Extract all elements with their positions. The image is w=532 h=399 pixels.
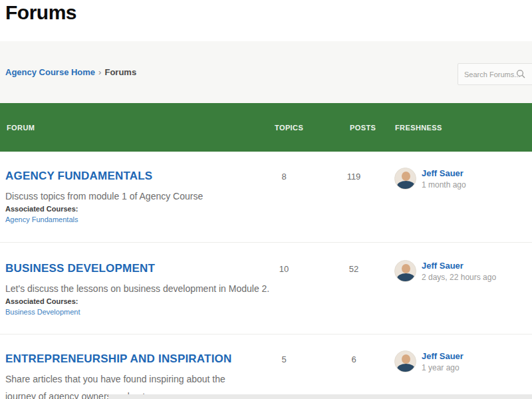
author-link[interactable]: Jeff Sauer xyxy=(422,261,528,271)
freshness-time: 1 month ago xyxy=(422,180,528,190)
breadcrumb-current: Forums xyxy=(104,67,136,77)
forum-description: Discuss topics from module 1 of Agency C… xyxy=(5,188,203,205)
breadcrumb-home-link[interactable]: Agency Course Home xyxy=(5,67,95,77)
forum-row-agency-fundamentals: AGENCY FUNDAMENTALS Discuss topics from … xyxy=(0,170,532,256)
column-header-freshness: FRESHNESS xyxy=(395,124,442,132)
associated-course-link[interactable]: Agency Fundamentals xyxy=(5,215,78,223)
breadcrumb: Agency Course Home›Forums xyxy=(5,67,136,77)
associated-courses-label: Associated Courses: xyxy=(5,205,78,213)
topics-count: 10 xyxy=(268,264,300,274)
forum-description: Let's discuss the lessons on business de… xyxy=(5,280,269,297)
posts-count: 6 xyxy=(338,354,370,364)
associated-courses-label: Associated Courses: xyxy=(5,297,78,305)
forum-row-business-development: BUSINESS DEVELOPMENT Let's discuss the l… xyxy=(0,262,532,348)
row-divider xyxy=(0,242,532,243)
topics-count: 8 xyxy=(268,172,300,182)
breadcrumb-separator: › xyxy=(98,67,101,77)
forum-title-link[interactable]: AGENCY FUNDAMENTALS xyxy=(5,170,152,183)
forum-title-link[interactable]: ENTREPRENEURSHIP AND INSPIRATION xyxy=(5,352,231,366)
row-divider xyxy=(0,334,532,334)
column-header-topics: TOPICS xyxy=(275,124,303,132)
author-link[interactable]: Jeff Sauer xyxy=(422,351,528,361)
table-header-row: FORUM TOPICS POSTS FRESHNESS xyxy=(0,103,532,152)
avatar[interactable] xyxy=(394,168,416,190)
forum-row-entrepreneurship: ENTREPRENEURSHIP AND INSPIRATION Share a… xyxy=(0,352,532,399)
bottom-strip xyxy=(108,394,532,399)
topics-count: 5 xyxy=(268,354,300,364)
author-link[interactable]: Jeff Sauer xyxy=(422,168,528,178)
freshness-time: 1 year ago xyxy=(422,363,528,372)
forum-title-link[interactable]: BUSINESS DEVELOPMENT xyxy=(5,262,155,275)
forums-page: Forums Agency Course Home›Forums FORUM T… xyxy=(0,0,532,399)
avatar[interactable] xyxy=(394,350,416,372)
column-header-forum: FORUM xyxy=(7,124,35,132)
column-header-posts: POSTS xyxy=(350,124,376,132)
avatar[interactable] xyxy=(394,260,416,282)
posts-count: 52 xyxy=(338,264,370,274)
page-title: Forums xyxy=(5,1,76,24)
freshness-time: 2 days, 22 hours ago xyxy=(422,273,528,282)
associated-course-link[interactable]: Business Development xyxy=(5,308,80,316)
posts-count: 119 xyxy=(338,172,370,182)
search-icon[interactable] xyxy=(516,69,525,78)
